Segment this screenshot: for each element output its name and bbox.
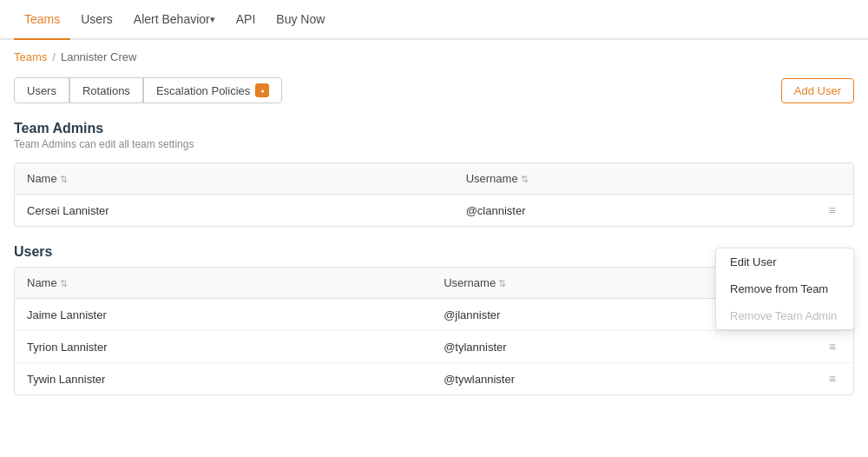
users-sort-icon-name: ⇅: [60, 278, 68, 288]
top-nav: Teams Users Alert Behavior API Buy Now: [0, 0, 868, 40]
user-menu-icon-2[interactable]: ≡: [824, 370, 841, 387]
col-actions-header: [812, 163, 853, 195]
table-row: Cersei Lannister @clannister ≡ Org Admin…: [15, 195, 853, 227]
team-admins-subtitle: Team Admins can edit all team settings: [14, 138, 854, 150]
sort-icon-name: ⇅: [60, 174, 68, 184]
admin-username: @clannister: [454, 195, 812, 227]
admin-name: Cersei Lannister: [15, 195, 454, 227]
nav-buy-now[interactable]: Buy Now: [266, 0, 335, 40]
nav-api[interactable]: API: [226, 0, 266, 40]
breadcrumb: Teams / Lannister Crew: [0, 40, 868, 74]
user-name-0: Jaime Lannister: [15, 299, 431, 331]
dropdown-menu: Edit User Remove from Team Remove Team A…: [715, 248, 854, 330]
tabs: Users Rotations Escalation Policies: [14, 77, 282, 103]
escalation-icon: [255, 83, 269, 97]
user-name-2: Tywin Lannister: [15, 363, 431, 395]
breadcrumb-link[interactable]: Teams: [14, 50, 47, 63]
team-admins-title: Team Admins: [14, 121, 854, 136]
user-username-1: @tylannister: [431, 331, 812, 363]
users-sort-icon-username: ⇅: [498, 278, 506, 288]
team-admins-table: Name⇅ Username⇅ Cersei Lannister @clanni…: [15, 163, 853, 226]
col-name-header: Name⇅: [15, 163, 454, 195]
admin-menu-icon[interactable]: ≡: [824, 202, 841, 219]
table-row: Tyrion Lannister @tylannister ≡: [15, 331, 853, 363]
table-row: Tywin Lannister @tywlannister ≡: [15, 363, 853, 395]
admin-menu-cell: ≡ Org Admin Cersei cannot be removed fro…: [812, 195, 853, 227]
nav-alert-behavior[interactable]: Alert Behavior: [123, 0, 226, 40]
tab-escalation-policies[interactable]: Escalation Policies: [143, 77, 282, 103]
tab-label: Escalation Policies: [156, 84, 250, 97]
dropdown-edit-user[interactable]: Edit User: [716, 248, 853, 275]
breadcrumb-current: Lannister Crew: [61, 50, 136, 63]
sort-icon-username: ⇅: [521, 174, 529, 184]
user-name-1: Tyrion Lannister: [15, 331, 431, 363]
tabs-row: Users Rotations Escalation Policies Add …: [0, 74, 868, 114]
dropdown-remove-from-team[interactable]: Remove from Team: [716, 275, 853, 302]
nav-users[interactable]: Users: [70, 0, 123, 40]
user-menu-cell-1: ≡: [812, 331, 853, 363]
breadcrumb-separator: /: [52, 50, 56, 63]
tab-rotations[interactable]: Rotations: [69, 77, 143, 103]
user-menu-cell-2: ≡: [812, 363, 853, 395]
dropdown-remove-team-admin: Remove Team Admin: [716, 302, 853, 329]
team-admins-table-wrap: Name⇅ Username⇅ Cersei Lannister @clanni…: [14, 162, 854, 227]
nav-teams[interactable]: Teams: [14, 0, 70, 40]
add-user-button[interactable]: Add User: [781, 78, 854, 103]
page-wrapper: Teams Users Alert Behavior API Buy Now T…: [0, 0, 868, 395]
user-menu-icon-1[interactable]: ≡: [824, 338, 841, 355]
team-admins-section: Team Admins Team Admins can edit all tea…: [0, 114, 868, 162]
users-col-name-header: Name⇅: [15, 268, 431, 299]
tab-users[interactable]: Users: [14, 77, 69, 103]
col-username-header: Username⇅: [454, 163, 812, 195]
user-username-2: @tywlannister: [431, 363, 812, 395]
